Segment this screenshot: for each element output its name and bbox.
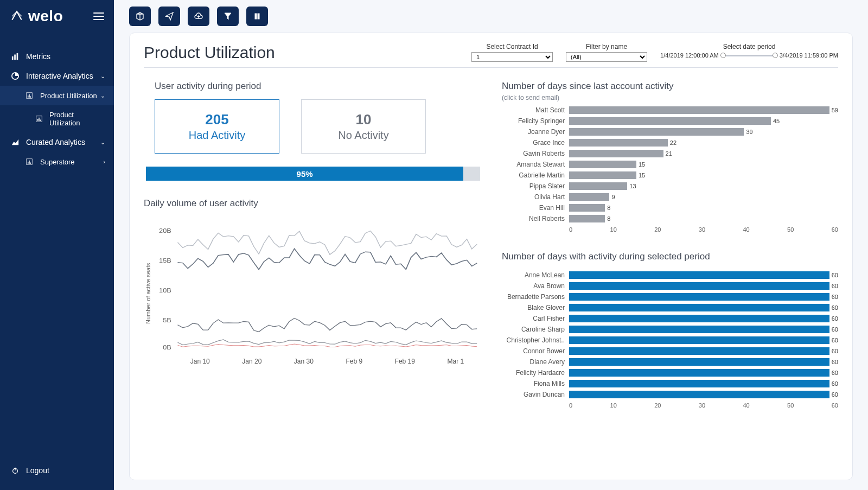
hbar-value: 60 xyxy=(832,359,838,365)
hbar-label: Gavin Duncan xyxy=(502,391,569,398)
hbar-row[interactable]: Neil Roberts8 xyxy=(502,213,838,224)
hbar-label: Felicity Springer xyxy=(502,117,569,125)
progress-fill: 95% xyxy=(146,167,463,181)
hbar-label: Ava Brown xyxy=(502,282,569,290)
hbar-fill xyxy=(569,150,663,157)
hbar-row[interactable]: Matt Scott59 xyxy=(502,105,838,116)
sidebar-item-superstore[interactable]: Superstore › xyxy=(0,152,114,171)
sidebar-item-product-utilization[interactable]: Product Utilization ⌄ xyxy=(0,86,114,105)
hbar-fill xyxy=(569,117,771,125)
hbar-track: 39 xyxy=(569,128,838,136)
hbar-row[interactable]: Connor Bower60 xyxy=(502,346,838,357)
date-end-value: 3/4/2019 11:59:00 PM xyxy=(780,52,838,59)
svg-rect-11 xyxy=(40,120,41,121)
hbar-row[interactable]: Olivia Hart9 xyxy=(502,192,838,202)
toolbar-button-3[interactable] xyxy=(188,7,209,26)
hbar-fill xyxy=(569,106,829,114)
svg-rect-13 xyxy=(28,162,29,164)
chevron-right-icon: › xyxy=(103,158,105,165)
hbar-value: 60 xyxy=(832,391,838,398)
active-block: Number of days with activity during sele… xyxy=(502,249,838,409)
cube-icon xyxy=(136,12,144,21)
hbar-row[interactable]: Blake Glover60 xyxy=(502,302,838,313)
svg-text:20B: 20B xyxy=(159,227,171,234)
hbar-row[interactable]: Bernadette Parsons60 xyxy=(502,291,838,302)
hbar-row[interactable]: Felicity Hardacre60 xyxy=(502,367,838,378)
menu-toggle-icon[interactable] xyxy=(93,12,104,20)
hbar-label: Neil Roberts xyxy=(502,215,569,222)
toolbar-button-4[interactable] xyxy=(217,7,239,26)
hbar-label: Olivia Hart xyxy=(502,193,569,201)
toolbar-button-1[interactable] xyxy=(129,7,151,26)
hbar-row[interactable]: Pippa Slater13 xyxy=(502,181,838,192)
svg-rect-1 xyxy=(14,55,16,60)
stat-label: Had Activity xyxy=(189,129,245,142)
contract-select[interactable]: 1 xyxy=(471,52,553,62)
hbar-row[interactable]: Evan Hill8 xyxy=(502,202,838,213)
chevron-down-icon: ⌄ xyxy=(100,92,105,99)
hbar-label: Felicity Hardacre xyxy=(502,369,569,377)
svg-rect-15 xyxy=(30,163,31,164)
hbar-fill xyxy=(569,326,829,333)
hbar-row[interactable]: Anne McLean60 xyxy=(502,270,838,281)
filters: Select Contract Id 1 Filter by name (All… xyxy=(471,43,838,62)
sidebar-item-interactive-analytics[interactable]: Interactive Analytics ⌄ xyxy=(0,66,114,86)
series-a xyxy=(177,231,477,255)
hbar-track: 60 xyxy=(569,380,838,387)
sidebar-item-metrics[interactable]: Metrics xyxy=(0,47,114,66)
range-track[interactable] xyxy=(722,55,776,56)
hbar-row[interactable]: Gabrielle Martin15 xyxy=(502,170,838,181)
toolbar-button-5[interactable] xyxy=(246,7,268,26)
stat-had-activity: 205 Had Activity xyxy=(155,99,279,154)
toolbar-button-2[interactable] xyxy=(158,7,180,26)
filter-label: Filter by name xyxy=(586,43,627,50)
hbar-value: 59 xyxy=(832,107,838,113)
series-e xyxy=(177,344,477,347)
filter-icon xyxy=(224,12,232,21)
hbar-value: 60 xyxy=(832,337,838,343)
hbar-row[interactable]: Caroline Sharp60 xyxy=(502,324,838,335)
hbar-label: Matt Scott xyxy=(502,106,569,114)
sidebar-item-curated-analytics[interactable]: Curated Analytics ⌄ xyxy=(0,132,114,152)
section-title-active: Number of days with activity during sele… xyxy=(502,251,838,262)
svg-rect-6 xyxy=(29,94,30,98)
hbar-track: 60 xyxy=(569,358,838,366)
hbar-label: Joanne Dyer xyxy=(502,128,569,136)
sidebar-item-label: Curated Analytics xyxy=(26,138,85,147)
hbar-row[interactable]: Diane Avery60 xyxy=(502,357,838,367)
x-axis-ticks: Jan 10 Jan 20 Jan 30 Feb 9 Feb 19 Mar 1 xyxy=(152,358,480,365)
logout-button[interactable]: Logout xyxy=(0,456,114,490)
hbar-row[interactable]: Gavin Roberts21 xyxy=(502,148,838,159)
hbar-value: 45 xyxy=(773,118,780,124)
date-range-slider[interactable]: 1/4/2019 12:00:00 AM 3/4/2019 11:59:00 P… xyxy=(660,52,838,59)
hbar-row[interactable]: Carl Fisher60 xyxy=(502,313,838,324)
sidebar-item-label: Metrics xyxy=(26,52,50,61)
hbar-value: 39 xyxy=(746,129,752,135)
hbar-value: 21 xyxy=(666,150,672,157)
hbar-track: 22 xyxy=(569,139,838,147)
progress: 95% xyxy=(144,167,480,181)
hbar-value: 60 xyxy=(832,272,838,278)
hbar-row[interactable]: Gavin Duncan60 xyxy=(502,389,838,400)
hbar-fill xyxy=(569,369,829,377)
hbar-row[interactable]: Christopher Johnst..60 xyxy=(502,335,838,346)
hbar-track: 60 xyxy=(569,391,838,398)
svg-text:15B: 15B xyxy=(159,257,171,264)
range-knob-end[interactable] xyxy=(773,53,778,58)
hbar-row[interactable]: Fiona Mills60 xyxy=(502,378,838,389)
sidebar-item-product-utilization-child[interactable]: Product Utilization xyxy=(0,105,114,132)
name-select[interactable]: (All) xyxy=(566,52,647,62)
svg-rect-18 xyxy=(255,14,257,19)
hbar-row[interactable]: Felicity Springer45 xyxy=(502,116,838,126)
hbar-track: 59 xyxy=(569,106,838,114)
hbar-row[interactable]: Joanne Dyer39 xyxy=(502,126,838,137)
range-knob-start[interactable] xyxy=(720,53,726,58)
hbar-row[interactable]: Ava Brown60 xyxy=(502,281,838,291)
toolbar xyxy=(114,0,868,30)
hbar-label: Christopher Johnst.. xyxy=(502,336,569,344)
panel: Product Utilization Select Contract Id 1… xyxy=(129,33,853,480)
hbar-row[interactable]: Amanda Stewart15 xyxy=(502,159,838,170)
hbar-row[interactable]: Grace Ince22 xyxy=(502,137,838,148)
power-icon xyxy=(11,466,20,475)
svg-rect-2 xyxy=(17,53,18,60)
